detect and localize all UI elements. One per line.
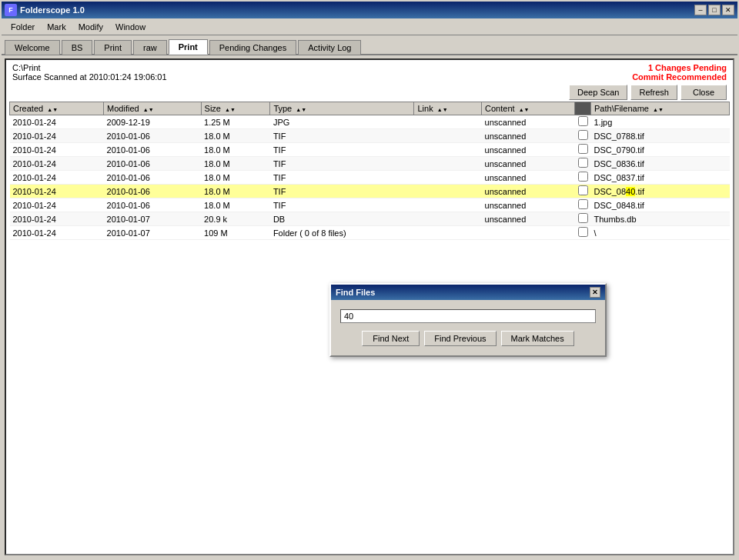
deep-scan-button[interactable]: Deep Scan xyxy=(569,85,627,100)
row-checkbox-cell xyxy=(575,198,591,212)
cell-5: unscanned xyxy=(482,157,575,171)
cell-5: unscanned xyxy=(482,198,575,212)
find-next-button[interactable]: Find Next xyxy=(362,331,420,346)
col-type: Type ▲▼ xyxy=(270,102,414,115)
sort-modified[interactable]: ▲▼ xyxy=(143,107,154,112)
sort-created[interactable]: ▲▼ xyxy=(47,107,58,112)
find-files-dialog: Find Files ✕ Find Next Find Previous Mar… xyxy=(329,283,607,357)
row-checkbox-cell xyxy=(575,212,591,226)
mark-matches-button[interactable]: Mark Matches xyxy=(501,331,574,346)
dialog-title: Find Files xyxy=(336,288,375,297)
cell-4 xyxy=(414,198,482,212)
row-checkbox[interactable] xyxy=(578,130,588,140)
sort-link[interactable]: ▲▼ xyxy=(437,107,448,112)
cell-3: TIF xyxy=(270,185,414,198)
row-checkbox[interactable] xyxy=(578,144,588,154)
row-checkbox[interactable] xyxy=(578,158,588,168)
row-checkbox[interactable] xyxy=(578,172,588,182)
minimize-button[interactable]: – xyxy=(694,5,707,15)
table-row: 2010-01-242010-01-0720.9 kDBunscannedThu… xyxy=(10,212,730,226)
row-checkbox-cell xyxy=(575,129,591,143)
row-checkbox-cell xyxy=(575,185,591,198)
col-filename: Path\Filename ▲▼ xyxy=(591,102,730,115)
col-link: Link ▲▼ xyxy=(414,102,482,115)
find-files-input[interactable] xyxy=(340,309,596,323)
cell-filename: DSC_0836.tif xyxy=(591,157,730,171)
cell-1: 2010-01-06 xyxy=(104,198,202,212)
cell-2: 1.25 M xyxy=(201,115,270,129)
cell-filename: DSC_0837.tif xyxy=(591,171,730,185)
refresh-button[interactable]: Refresh xyxy=(630,85,677,100)
cell-1: 2010-01-06 xyxy=(104,185,202,198)
menu-modify[interactable]: Modify xyxy=(72,21,109,33)
tab-print2[interactable]: Print xyxy=(169,39,208,55)
menu-window[interactable]: Window xyxy=(109,21,152,33)
file-table: Created ▲▼ Modified ▲▼ Size ▲▼ Type xyxy=(9,102,730,240)
col-modified: Modified ▲▼ xyxy=(104,102,202,115)
close-window-button[interactable]: ✕ xyxy=(722,5,734,15)
scan-time: Surface Scanned at 2010:01:24 19:06:01 xyxy=(12,72,569,82)
cell-2: 109 M xyxy=(201,226,270,240)
col-size: Size ▲▼ xyxy=(201,102,270,115)
table-header-row: Created ▲▼ Modified ▲▼ Size ▲▼ Type xyxy=(10,102,730,115)
row-checkbox[interactable] xyxy=(578,213,588,223)
close-button[interactable]: Close xyxy=(680,85,727,100)
tab-bs[interactable]: BS xyxy=(62,40,93,55)
sort-filename[interactable]: ▲▼ xyxy=(653,107,664,112)
dialog-close-button[interactable]: ✕ xyxy=(590,287,600,298)
menu-mark[interactable]: Mark xyxy=(41,21,72,33)
cell-2: 18.0 M xyxy=(201,157,270,171)
cell-1: 2010-01-06 xyxy=(104,171,202,185)
cell-5: unscanned xyxy=(482,129,575,143)
cell-2: 18.0 M xyxy=(201,129,270,143)
row-checkbox[interactable] xyxy=(578,185,588,195)
cell-2: 20.9 k xyxy=(201,212,270,226)
row-checkbox[interactable] xyxy=(578,116,588,126)
tab-print1[interactable]: Print xyxy=(94,40,132,55)
cell-1: 2010-01-06 xyxy=(104,157,202,171)
table-row: 2010-01-242010-01-0618.0 MTIFunscannedDS… xyxy=(10,129,730,143)
pending-status: 1 Changes Pending Commit Recommended xyxy=(632,63,727,82)
col-content: Content ▲▼ xyxy=(482,102,575,115)
tab-activity-log[interactable]: Activity Log xyxy=(298,40,361,55)
maximize-button[interactable]: □ xyxy=(708,5,721,15)
sort-size[interactable]: ▲▼ xyxy=(225,107,236,112)
row-checkbox[interactable] xyxy=(578,227,588,237)
cell-filename: 1.jpg xyxy=(591,115,730,129)
dialog-buttons: Find Next Find Previous Mark Matches xyxy=(340,331,596,346)
cell-4 xyxy=(414,129,482,143)
cell-filename: Thumbs.db xyxy=(591,212,730,226)
cell-0: 2010-01-24 xyxy=(10,171,104,185)
cell-3: TIF xyxy=(270,129,414,143)
cell-4 xyxy=(414,115,482,129)
content-area: C:\Print Surface Scanned at 2010:01:24 1… xyxy=(5,58,734,555)
cell-3: TIF xyxy=(270,198,414,212)
cell-5: unscanned xyxy=(482,212,575,226)
tab-raw[interactable]: raw xyxy=(133,40,167,55)
top-buttons: Deep Scan Refresh Close xyxy=(569,85,727,100)
cell-5: unscanned xyxy=(482,171,575,185)
title-bar: F Folderscope 1.0 – □ ✕ xyxy=(2,2,737,18)
cell-1: 2010-01-07 xyxy=(104,212,202,226)
file-table-body: 2010-01-242009-12-191.25 MJPGunscanned1.… xyxy=(10,115,730,240)
table-row: 2010-01-242010-01-0618.0 MTIFunscannedDS… xyxy=(10,198,730,212)
cell-0: 2010-01-24 xyxy=(10,157,104,171)
app-icon: F xyxy=(5,4,17,16)
cell-5: unscanned xyxy=(482,143,575,157)
cell-5 xyxy=(482,226,575,240)
row-checkbox-cell xyxy=(575,157,591,171)
cell-0: 2010-01-24 xyxy=(10,115,104,129)
menu-folder[interactable]: Folder xyxy=(5,21,41,33)
cell-5: unscanned xyxy=(482,115,575,129)
find-previous-button[interactable]: Find Previous xyxy=(424,331,496,346)
tab-pending-changes[interactable]: Pending Changes xyxy=(209,40,296,55)
row-checkbox[interactable] xyxy=(578,199,588,209)
cell-4 xyxy=(414,157,482,171)
cell-3: DB xyxy=(270,212,414,226)
tab-welcome[interactable]: Welcome xyxy=(5,40,60,55)
sort-content[interactable]: ▲▼ xyxy=(519,107,530,112)
sort-type[interactable]: ▲▼ xyxy=(296,107,306,112)
right-section: 1 Changes Pending Commit Recommended Dee… xyxy=(569,63,727,100)
cell-2: 18.0 M xyxy=(201,143,270,157)
tab-bar: Welcome BS Print raw Print Pending Chang… xyxy=(2,35,737,55)
